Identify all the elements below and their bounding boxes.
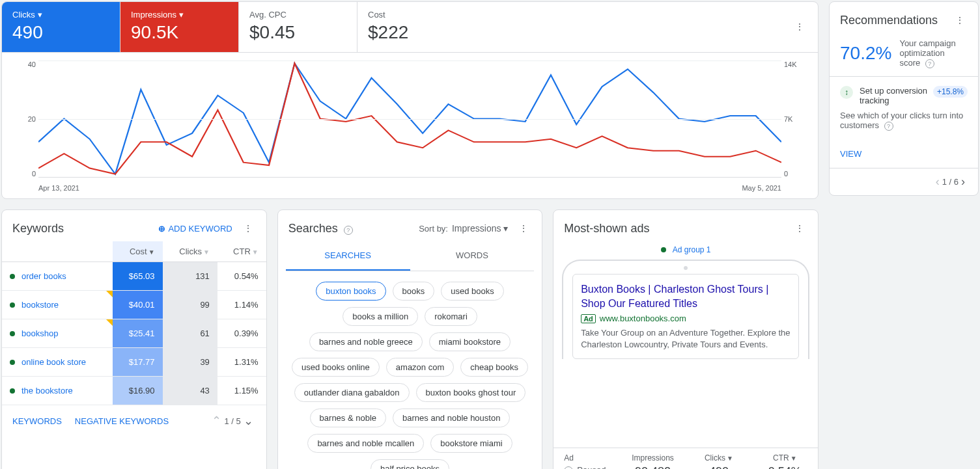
status-dot-icon xyxy=(10,360,15,365)
help-icon[interactable]: ? xyxy=(925,59,934,68)
chart-plot xyxy=(38,60,781,178)
metrics-row: Clicks▾ 490 Impressions▾ 90.5K Avg. CPC … xyxy=(2,2,818,53)
ad-stat-ctr[interactable]: CTR▼ 0.54% xyxy=(752,448,818,469)
ad-group-label[interactable]: Ad group 1 xyxy=(661,245,711,254)
searches-card: Searches ? Sort by: Impressions ▾ ⋮ SEAR… xyxy=(277,209,543,469)
search-chip[interactable]: rokomari xyxy=(425,307,477,326)
search-chip[interactable]: outlander diana gabaldon xyxy=(294,383,410,402)
metric-cpc[interactable]: Avg. CPC $0.45 xyxy=(239,2,357,52)
chevron-down-icon: ▾ xyxy=(179,10,184,20)
kebab-menu-icon[interactable]: ⋮ xyxy=(516,221,531,236)
keyword-name[interactable]: bookshop xyxy=(2,319,113,348)
card-title: Most-shown ads xyxy=(564,222,792,235)
negative-keywords-link[interactable]: NEGATIVE KEYWORDS xyxy=(75,416,169,426)
ad-stat-impressions: Impressions 90,482 xyxy=(620,448,686,469)
table-row[interactable]: bookshop$25.41610.39% xyxy=(2,319,266,348)
overview-card: Clicks▾ 490 Impressions▾ 90.5K Avg. CPC … xyxy=(1,1,819,199)
clicks-cell: 99 xyxy=(163,291,217,319)
metric-value: 90.5K xyxy=(131,21,228,44)
search-chip[interactable]: cheap books xyxy=(460,358,528,377)
status-dot-icon xyxy=(661,247,666,252)
pager: ⌃ 1 / 5 ⌄ xyxy=(209,414,255,428)
ad-stats-row: Ad Paused Impressions 90,482 Clicks▼ 490… xyxy=(553,448,818,469)
search-chip[interactable]: used books online xyxy=(292,358,380,377)
table-row[interactable]: bookstore$40.01991.14% xyxy=(2,291,266,319)
y-axis-left: 40 20 0 xyxy=(12,60,36,178)
chevron-down-icon: ▼ xyxy=(791,455,797,462)
sort-select[interactable]: Impressions ▾ xyxy=(452,223,508,234)
help-icon[interactable]: ? xyxy=(884,122,893,131)
search-chip[interactable]: buxton books ghost tour xyxy=(416,383,526,402)
tab-words[interactable]: WORDS xyxy=(410,241,535,271)
search-chip[interactable]: books xyxy=(393,282,435,301)
sort-label: Sort by: xyxy=(419,224,448,234)
ad-stat-status: Ad Paused xyxy=(553,448,619,469)
search-chip[interactable]: barnes and noble greece xyxy=(309,332,423,351)
metric-cost[interactable]: Cost $222 xyxy=(357,2,476,52)
keyword-name[interactable]: online book store xyxy=(2,348,113,377)
ctr-cell: 1.15% xyxy=(217,377,266,405)
card-footer: KEYWORDS NEGATIVE KEYWORDS ⌃ 1 / 5 ⌄ xyxy=(2,405,266,436)
metric-value: 490 xyxy=(12,21,109,44)
table-row[interactable]: online book store$17.77391.31% xyxy=(2,348,266,377)
kebab-menu-icon[interactable]: ⋮ xyxy=(792,19,807,34)
y-axis-right: 14K 7K 0 xyxy=(784,60,807,178)
chevron-left-icon[interactable]: ‹ xyxy=(933,175,942,189)
table-row[interactable]: the bookstore$16.90431.15% xyxy=(2,377,266,405)
search-chip[interactable]: buxton books xyxy=(316,282,385,301)
cost-cell: $65.03 xyxy=(113,262,162,291)
card-title: Recommendations xyxy=(840,14,952,27)
chevron-down-icon: ▼ xyxy=(203,248,210,256)
column-ctr[interactable]: CTR▼ xyxy=(217,241,266,262)
ad-description: Take Your Group on an Adventure Together… xyxy=(581,327,791,351)
chevron-up-icon[interactable]: ⌃ xyxy=(209,414,224,428)
help-icon[interactable]: ? xyxy=(344,226,353,235)
kebab-menu-icon[interactable]: ⋮ xyxy=(952,12,968,28)
ad-card: Buxton Books | Charleston Ghost Tours | … xyxy=(572,274,799,359)
chevron-down-icon: ▾ xyxy=(38,10,42,20)
ad-stat-clicks[interactable]: Clicks▼ 490 xyxy=(686,448,751,469)
chevron-right-icon[interactable]: › xyxy=(959,175,968,189)
ad-url: www.buxtonbooks.com xyxy=(600,314,686,323)
keyword-name[interactable]: the bookstore xyxy=(2,377,113,405)
search-chip[interactable]: barnes and noble houston xyxy=(393,409,510,427)
metric-value: $0.45 xyxy=(249,21,346,44)
keyword-name[interactable]: order books xyxy=(2,262,113,291)
metric-clicks[interactable]: Clicks▾ 490 xyxy=(2,2,120,52)
clicks-cell: 61 xyxy=(163,319,217,348)
search-chip[interactable]: miami bookstore xyxy=(429,332,511,351)
keyword-name[interactable]: bookstore xyxy=(2,291,113,319)
card-title: Searches ? xyxy=(288,222,419,235)
search-chip[interactable]: amazon com xyxy=(386,358,454,377)
column-cost[interactable]: Cost▼ xyxy=(113,241,162,262)
table-row[interactable]: order books$65.031310.54% xyxy=(2,262,266,291)
search-chip[interactable]: used books xyxy=(441,282,504,301)
tab-searches[interactable]: SEARCHES xyxy=(286,241,410,271)
x-axis: Apr 13, 2021 May 5, 2021 xyxy=(38,184,781,192)
kebab-menu-icon[interactable]: ⋮ xyxy=(240,221,256,236)
search-chip[interactable]: books a million xyxy=(343,307,418,326)
clicks-cell: 131 xyxy=(163,262,217,291)
chevron-down-icon: ▼ xyxy=(148,248,155,256)
status-dot-icon xyxy=(10,331,15,336)
view-button[interactable]: VIEW xyxy=(830,140,978,168)
column-clicks[interactable]: Clicks▼ xyxy=(163,241,217,262)
clicks-cell: 39 xyxy=(163,348,217,377)
metric-label: Clicks xyxy=(12,10,35,20)
metric-impressions[interactable]: Impressions▾ 90.5K xyxy=(120,2,239,52)
search-chip[interactable]: barnes and noble mcallen xyxy=(307,434,424,453)
search-tabs: SEARCHES WORDS xyxy=(286,241,535,271)
kebab-menu-icon[interactable]: ⋮ xyxy=(792,221,807,236)
add-keyword-button[interactable]: ⊕ ADD KEYWORD xyxy=(158,224,232,234)
chevron-down-icon[interactable]: ⌄ xyxy=(241,414,256,428)
metric-label: Cost xyxy=(368,10,466,20)
search-chip[interactable]: half price books xyxy=(371,459,449,469)
search-chip[interactable]: barnes & noble xyxy=(310,409,386,427)
ad-title[interactable]: Buxton Books | Charleston Ghost Tours | … xyxy=(581,282,791,311)
recommendation-item: ↕ Set up conversion tracking +15.8% See … xyxy=(830,76,978,140)
ad-url-row: Ad www.buxtonbooks.com xyxy=(581,314,791,323)
keywords-link[interactable]: KEYWORDS xyxy=(12,416,62,426)
pager: ‹ 1 / 6 › xyxy=(830,168,978,195)
cost-cell: $16.90 xyxy=(113,377,162,405)
search-chip[interactable]: bookstore miami xyxy=(430,434,512,453)
